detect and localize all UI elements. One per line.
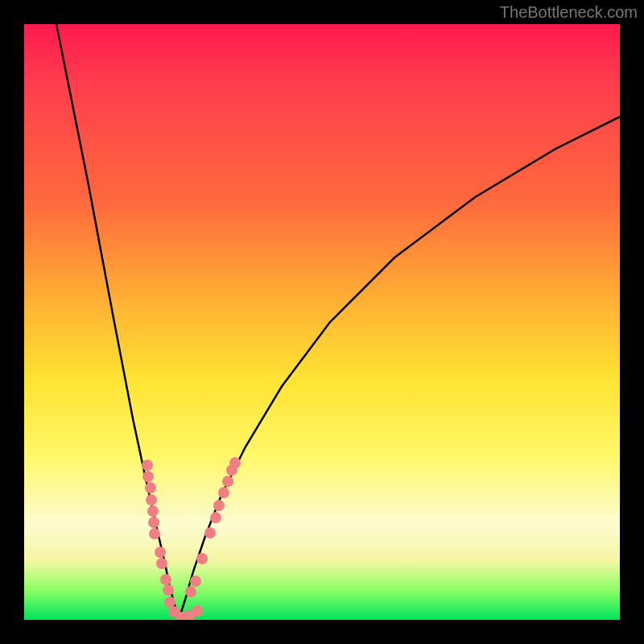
- data-marker: [163, 584, 174, 596]
- curve-left-arm: [56, 24, 179, 620]
- plot-area: [24, 24, 620, 620]
- data-marker: [196, 553, 208, 564]
- data-marker: [147, 506, 159, 517]
- curve-layer: [24, 24, 620, 620]
- data-marker: [192, 605, 203, 617]
- data-marker: [145, 482, 156, 493]
- data-marker: [148, 517, 159, 528]
- data-marker: [160, 574, 171, 585]
- data-marker: [156, 558, 167, 569]
- data-marker: [164, 597, 175, 608]
- data-marker: [142, 471, 154, 482]
- data-marker: [210, 512, 221, 523]
- watermark-text: TheBottleneck.com: [500, 3, 638, 22]
- data-marker: [222, 476, 233, 487]
- curve-right-arm: [179, 117, 620, 620]
- data-marker: [155, 547, 166, 558]
- data-marker: [229, 457, 241, 469]
- data-marker: [149, 528, 160, 539]
- marker-group: [142, 457, 241, 620]
- data-marker: [213, 500, 225, 511]
- data-marker: [218, 487, 229, 498]
- data-marker: [185, 586, 196, 597]
- data-marker: [146, 494, 157, 506]
- data-marker: [204, 527, 216, 539]
- data-marker: [190, 576, 201, 587]
- data-marker: [142, 460, 153, 471]
